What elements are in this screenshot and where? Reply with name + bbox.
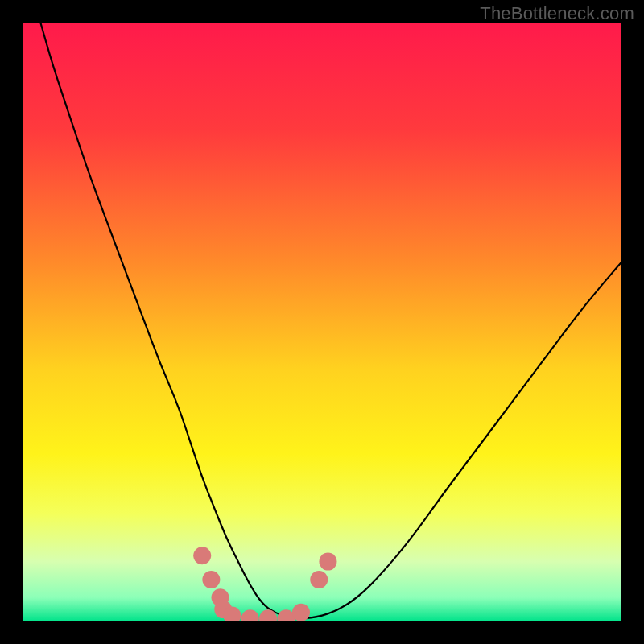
attribution-label: TheBottleneck.com: [480, 3, 634, 24]
gradient-background: [23, 23, 621, 621]
trough-marker: [193, 547, 211, 564]
trough-marker: [319, 553, 336, 571]
trough-marker: [310, 571, 328, 588]
trough-marker: [292, 604, 310, 621]
plot-area: [23, 23, 621, 621]
trough-marker: [202, 571, 220, 588]
chart-frame: TheBottleneck.com: [0, 0, 644, 644]
bottleneck-chart: [23, 23, 621, 621]
